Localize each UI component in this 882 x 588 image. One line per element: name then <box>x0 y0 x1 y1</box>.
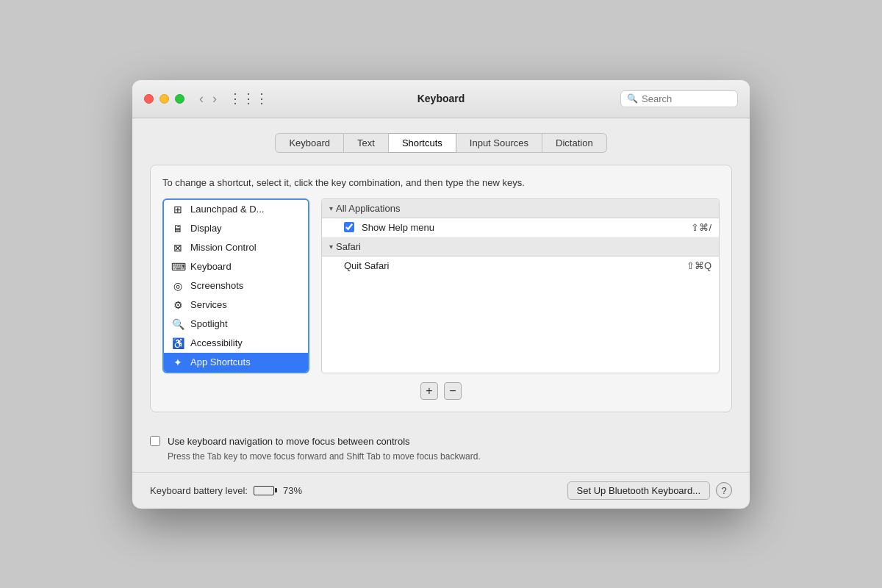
minimize-button[interactable] <box>159 94 169 104</box>
show-help-menu-row: Show Help menu ⇧⌘/ <box>322 218 719 237</box>
battery-body <box>254 486 274 495</box>
tab-input-sources[interactable]: Input Sources <box>456 133 542 153</box>
status-buttons: Set Up Bluetooth Keyboard... ? <box>567 481 732 500</box>
sidebar-item-services[interactable]: ⚙ Services <box>164 295 308 315</box>
remove-shortcut-button[interactable]: − <box>444 382 462 400</box>
search-input[interactable] <box>642 93 731 104</box>
quit-safari-label: Quit Safari <box>344 260 686 271</box>
sidebar-item-label: Spotlight <box>190 318 228 329</box>
sidebar-item-keyboard[interactable]: ⌨ Keyboard <box>164 257 308 276</box>
chevron-down-icon: ▾ <box>329 243 333 251</box>
tab-text[interactable]: Text <box>344 133 389 153</box>
content-area: Keyboard Text Shortcuts Input Sources Di… <box>132 118 750 424</box>
app-shortcuts-icon: ✦ <box>171 356 184 368</box>
safari-header[interactable]: ▾ Safari <box>322 237 719 257</box>
display-icon: 🖥 <box>171 223 184 234</box>
panel-body: ⊞ Launchpad & D... 🖥 Display ⊠ Mission C… <box>162 198 720 373</box>
search-icon: 🔍 <box>627 93 638 104</box>
shortcuts-panel: ▾ All Applications Show Help menu ⇧⌘/ ▾ … <box>321 198 720 373</box>
tab-shortcuts[interactable]: Shortcuts <box>389 133 456 153</box>
sidebar-item-label: Services <box>190 299 227 310</box>
chevron-down-icon: ▾ <box>329 204 333 212</box>
grid-icon: ⋮⋮⋮ <box>229 90 268 107</box>
mission-control-icon: ⊠ <box>171 242 184 254</box>
accessibility-icon: ♿ <box>171 337 184 349</box>
keyboard-nav-checkbox[interactable] <box>150 436 160 446</box>
sidebar-item-label: Mission Control <box>190 242 257 253</box>
battery-icon <box>254 486 277 495</box>
status-bar: Keyboard battery level: 73% Set Up Bluet… <box>132 472 750 509</box>
window-title: Keyboard <box>417 93 465 104</box>
sidebar-item-app-shortcuts[interactable]: ✦ App Shortcuts <box>164 353 308 372</box>
sidebar-item-label: Accessibility <box>190 337 243 348</box>
quit-safari-row: Quit Safari ⇧⌘Q <box>322 257 719 275</box>
tab-keyboard[interactable]: Keyboard <box>275 133 344 153</box>
instruction-text: To change a shortcut, select it, click t… <box>162 177 720 188</box>
show-help-menu-checkbox[interactable] <box>344 222 354 232</box>
sidebar-item-accessibility[interactable]: ♿ Accessibility <box>164 334 308 353</box>
forward-button[interactable]: › <box>209 90 220 107</box>
maximize-button[interactable] <box>175 94 184 104</box>
sidebar-item-screenshots[interactable]: ◎ Screenshots <box>164 276 308 295</box>
keyboard-nav-row: Use keyboard navigation to move focus be… <box>150 436 732 447</box>
sidebar-item-launchpad[interactable]: ⊞ Launchpad & D... <box>164 200 308 219</box>
search-box[interactable]: 🔍 <box>620 90 738 107</box>
services-icon: ⚙ <box>171 299 184 311</box>
sidebar-item-label: Display <box>190 223 222 234</box>
tabs-row: Keyboard Text Shortcuts Input Sources Di… <box>150 133 732 153</box>
screenshots-icon: ◎ <box>171 280 184 292</box>
sidebar-item-label: Keyboard <box>190 261 232 272</box>
titlebar: ‹ › ⋮⋮⋮ Keyboard 🔍 <box>132 80 750 118</box>
all-applications-label: All Applications <box>336 203 400 214</box>
sidebar-item-label: App Shortcuts <box>190 356 251 368</box>
show-help-menu-label: Show Help menu <box>362 222 691 233</box>
battery-label: Keyboard battery level: <box>150 485 248 496</box>
nav-buttons: ‹ › <box>196 90 220 107</box>
sidebar-item-mission-control[interactable]: ⊠ Mission Control <box>164 238 308 257</box>
close-button[interactable] <box>144 94 154 104</box>
help-button[interactable]: ? <box>716 482 732 498</box>
show-help-menu-keys: ⇧⌘/ <box>691 222 711 233</box>
add-shortcut-button[interactable]: + <box>420 382 438 400</box>
main-panel: To change a shortcut, select it, click t… <box>150 165 732 412</box>
keyboard-icon: ⌨ <box>171 261 184 273</box>
keyboard-nav-label: Use keyboard navigation to move focus be… <box>168 436 410 447</box>
battery-info: Keyboard battery level: 73% <box>150 485 302 496</box>
battery-tip <box>275 488 277 492</box>
all-applications-header[interactable]: ▾ All Applications <box>322 199 719 218</box>
quit-safari-keys: ⇧⌘Q <box>686 260 711 271</box>
sidebar-item-label: Screenshots <box>190 280 243 291</box>
safari-label: Safari <box>336 241 361 252</box>
sidebar-item-spotlight[interactable]: 🔍 Spotlight <box>164 315 308 334</box>
keyboard-nav-hint: Press the Tab key to move focus forward … <box>168 451 732 462</box>
bottom-section: Use keyboard navigation to move focus be… <box>132 424 750 472</box>
traffic-lights <box>144 94 184 104</box>
back-button[interactable]: ‹ <box>196 90 207 107</box>
setup-bluetooth-button[interactable]: Set Up Bluetooth Keyboard... <box>567 481 710 500</box>
launchpad-icon: ⊞ <box>171 204 184 215</box>
sidebar-item-label: Launchpad & D... <box>190 204 264 215</box>
tab-dictation[interactable]: Dictation <box>542 133 607 153</box>
sidebar-list: ⊞ Launchpad & D... 🖥 Display ⊠ Mission C… <box>162 198 309 373</box>
keyboard-preferences-window: ‹ › ⋮⋮⋮ Keyboard 🔍 Keyboard Text Shortcu… <box>132 80 750 509</box>
sidebar-item-display[interactable]: 🖥 Display <box>164 219 308 238</box>
spotlight-icon: 🔍 <box>171 318 184 330</box>
buttons-row: + − <box>162 382 720 400</box>
battery-percent: 73% <box>283 485 302 496</box>
